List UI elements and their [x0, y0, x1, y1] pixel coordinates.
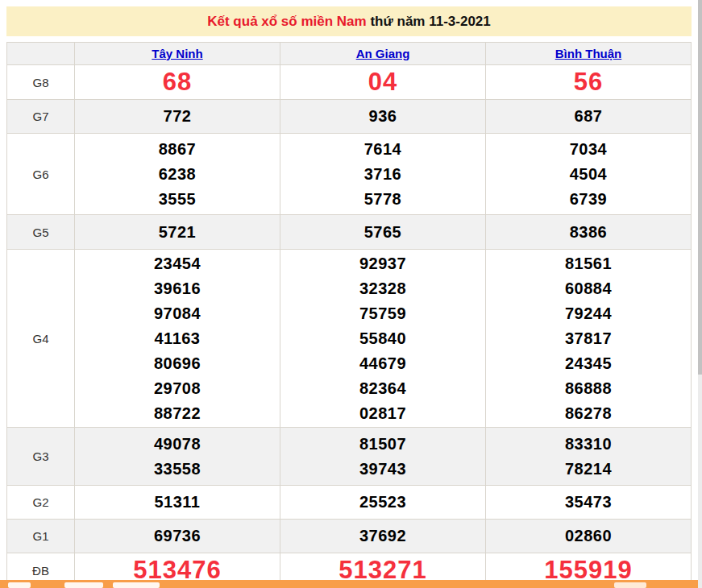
prize-value: 687 [486, 104, 691, 129]
prize-cell: 772 [75, 100, 280, 134]
prize-value: 80696 [75, 351, 280, 376]
prize-cell: 68 [75, 65, 280, 100]
lottery-results-page: Kết quả xổ số miền Nam thứ năm 11-3-2021… [0, 0, 702, 588]
prize-value: 44679 [280, 351, 485, 376]
prize-value: 02860 [486, 524, 691, 549]
prize-cell: 69736 [75, 520, 280, 553]
prize-cell: 37692 [280, 520, 486, 553]
province-link-an-giang[interactable]: An Giang [356, 47, 410, 60]
prize-value: 24345 [486, 351, 691, 376]
prize-value: 86278 [486, 401, 691, 426]
prize-value: 92937 [280, 251, 485, 276]
prize-value: 83310 [486, 432, 691, 457]
prize-label: G6 [7, 134, 75, 215]
prize-value: 8386 [486, 220, 691, 245]
prize-cell: 35473 [486, 486, 692, 520]
prize-value: 3716 [280, 162, 485, 187]
prize-value: 04 [280, 65, 485, 99]
prize-label: G3 [7, 428, 75, 486]
prize-value: 68 [75, 65, 280, 99]
prize-cell: 886762383555 [75, 134, 280, 215]
prize-cell: 936 [280, 100, 486, 134]
page-title-date: thứ năm 11-3-2021 [370, 14, 490, 29]
prize-cell: 8150739743 [280, 428, 486, 486]
prize-value: 86888 [486, 376, 691, 401]
prize-value: 75759 [280, 301, 485, 326]
prize-value: 49078 [75, 432, 280, 457]
prize-label: G5 [7, 215, 75, 250]
prize-value: 25523 [280, 490, 485, 515]
prize-label: G2 [7, 486, 75, 520]
truncated-text-fragment [113, 582, 160, 588]
prize-value: 8867 [75, 137, 280, 162]
content-area: Kết quả xổ số miền Nam thứ năm 11-3-2021… [6, 6, 692, 588]
scrollbar-thumb[interactable] [698, 0, 702, 375]
prize-value: 37817 [486, 326, 691, 351]
prize-cell: 4907833558 [75, 428, 280, 486]
corner-cell [7, 43, 75, 65]
prize-cell: 81561608847924437817243458688886278 [486, 250, 692, 428]
prize-value: 39616 [75, 276, 280, 301]
prize-row: G3490783355881507397438331078214 [7, 428, 692, 486]
prize-value: 3555 [75, 187, 280, 212]
prize-value: 7614 [280, 137, 485, 162]
bottom-nav-bar [0, 580, 698, 588]
province-link-tay-ninh[interactable]: Tây Ninh [152, 47, 202, 60]
column-header-an-giang: An Giang [280, 43, 486, 65]
prize-value: 5765 [280, 220, 485, 245]
truncated-text-fragment [8, 582, 31, 588]
prize-value: 32328 [280, 276, 485, 301]
prize-row: G8680456 [7, 65, 692, 100]
column-header-binh-thuan: Bình Thuận [486, 43, 692, 65]
prize-row: G6886762383555761437165778703445046739 [7, 134, 692, 215]
truncated-text-fragment [64, 582, 103, 588]
prize-value: 69736 [75, 524, 280, 549]
scrollbar-track[interactable] [698, 0, 702, 588]
prize-value: 772 [75, 104, 280, 129]
prize-value: 29708 [75, 376, 280, 401]
prize-cell: 51311 [75, 486, 280, 520]
prize-cell: 8386 [486, 215, 692, 250]
prize-value: 55840 [280, 326, 485, 351]
prize-label: G4 [7, 250, 75, 428]
prize-cell: 5721 [75, 215, 280, 250]
prize-value: 02817 [280, 401, 485, 426]
prize-value: 88722 [75, 401, 280, 426]
prize-value: 97084 [75, 301, 280, 326]
prize-value: 82364 [280, 376, 485, 401]
prize-value: 33558 [75, 457, 280, 482]
prize-cell: 92937323287575955840446798236402817 [280, 250, 486, 428]
prize-value: 35473 [486, 490, 691, 515]
prize-value: 60884 [486, 276, 691, 301]
prize-cell: 23454396169708441163806962970888722 [75, 250, 280, 428]
prize-value: 6739 [486, 187, 691, 212]
prize-label: G8 [7, 65, 75, 100]
results-table: Tây Ninh An Giang Bình Thuận G8680456G77… [6, 42, 692, 588]
prize-value: 6238 [75, 162, 280, 187]
prize-value: 79244 [486, 301, 691, 326]
prize-value: 37692 [280, 524, 485, 549]
province-link-binh-thuan[interactable]: Bình Thuận [555, 47, 622, 60]
prize-value: 5721 [75, 220, 280, 245]
prize-value: 39743 [280, 457, 485, 482]
prize-cell: 687 [486, 100, 692, 134]
prize-value: 56 [486, 65, 691, 99]
prize-value: 23454 [75, 251, 280, 276]
prize-value: 51311 [75, 490, 280, 515]
prize-value: 5778 [280, 187, 485, 212]
prize-label: G1 [7, 520, 75, 553]
prize-cell: 04 [280, 65, 486, 100]
prize-value: 81507 [280, 432, 485, 457]
prize-value: 7034 [486, 137, 691, 162]
prize-cell: 5765 [280, 215, 486, 250]
page-title: Kết quả xổ số miền Nam thứ năm 11-3-2021 [6, 6, 692, 36]
page-title-main: Kết quả xổ số miền Nam [207, 14, 366, 29]
prize-row: G5572157658386 [7, 215, 692, 250]
prize-value: 4504 [486, 162, 691, 187]
prize-cell: 25523 [280, 486, 486, 520]
prize-value: 41163 [75, 326, 280, 351]
prize-cell: 703445046739 [486, 134, 692, 215]
prize-row: G423454396169708441163806962970888722929… [7, 250, 692, 428]
prize-cell: 56 [486, 65, 692, 100]
prize-value: 936 [280, 104, 485, 129]
